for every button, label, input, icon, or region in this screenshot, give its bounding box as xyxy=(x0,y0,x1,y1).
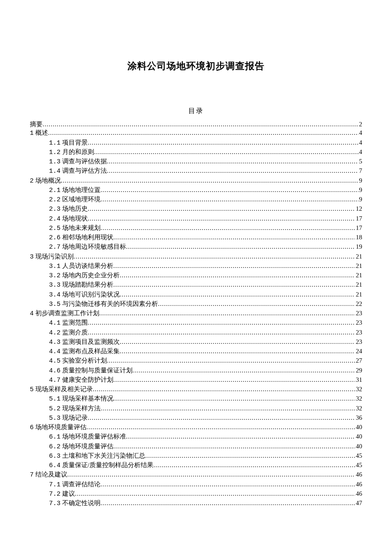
toc-entry-number: 1.1 xyxy=(49,139,61,147)
toc-entry[interactable]: 5.3 现场记录36 xyxy=(30,413,362,423)
toc-entry-number: 5 xyxy=(30,386,34,393)
toc-entry[interactable]: 6 场地环境质量评估40 xyxy=(30,423,362,432)
toc-leader-dots xyxy=(94,148,358,156)
toc-entry[interactable]: 2.3 场地历史12 xyxy=(30,204,362,214)
toc-entry-page: 21 xyxy=(355,280,362,289)
toc-entry[interactable]: 摘要2 xyxy=(30,120,362,128)
toc-leader-dots xyxy=(107,166,358,175)
toc-entry[interactable]: 6.1 场地环境质量评估标准40 xyxy=(30,432,362,442)
toc-leader-dots xyxy=(113,394,355,403)
toc-entry[interactable]: 4.3 监测项目及监测频次23 xyxy=(30,337,362,347)
toc-leader-dots xyxy=(113,280,355,289)
toc-entry[interactable]: 2.2 区域地理环境9 xyxy=(30,195,362,204)
toc-entry-number: 5.3 xyxy=(49,415,61,422)
toc-entry-page: 27 xyxy=(355,356,362,365)
toc-entry-label: 4.4 监测布点及样品采集 xyxy=(49,347,120,356)
toc-entry[interactable]: 3.1 人员访谈结果分析21 xyxy=(30,262,362,271)
toc-entry-label: 4.2 监测介质 xyxy=(49,328,88,337)
toc-leader-dots xyxy=(120,347,355,355)
toc-leader-dots xyxy=(101,499,355,507)
toc-entry-label: 6.3 土壤和地下水关注污染物汇总 xyxy=(49,451,145,461)
toc-leader-dots xyxy=(74,252,355,261)
toc-leader-dots xyxy=(88,204,355,213)
toc-entry-text: 场地环境质量评估标准 xyxy=(62,433,126,440)
toc-entry-page: 9 xyxy=(358,186,363,194)
toc-entry-label: 2.3 场地历史 xyxy=(49,204,88,214)
toc-leader-dots xyxy=(120,337,355,346)
toc-entry[interactable]: 2.5 场地未来规划17 xyxy=(30,224,362,233)
toc-leader-dots xyxy=(48,128,358,137)
toc-entry-label: 2.5 场地未来规划 xyxy=(49,224,101,233)
toc-entry-page: 23 xyxy=(355,318,362,327)
toc-leader-dots xyxy=(133,366,355,375)
toc-entry-page: 32 xyxy=(355,385,362,393)
toc-entry[interactable]: 7.1 调查评估结论46 xyxy=(30,480,362,489)
toc-entry[interactable]: 4.4 监测布点及样品采集24 xyxy=(30,347,362,356)
toc-entry-text: 场地现状 xyxy=(62,215,88,222)
toc-entry[interactable]: 7 结论及建议46 xyxy=(30,470,362,479)
toc-leader-dots xyxy=(101,480,355,488)
toc-entry[interactable]: 1.4 调查与评估方法7 xyxy=(30,166,362,176)
toc-entry[interactable]: 2 场地概况9 xyxy=(30,176,362,186)
toc-entry[interactable]: 3.3 现场踏勘结果分析21 xyxy=(30,280,362,290)
toc-entry[interactable]: 4.7 健康安全防护计划31 xyxy=(30,375,362,385)
toc-entry[interactable]: 2.6 相邻场地利用现状18 xyxy=(30,233,362,242)
toc-entry[interactable]: 4.5 实验室分析计划27 xyxy=(30,356,362,366)
toc-entry[interactable]: 2.4 场地现状17 xyxy=(30,214,362,224)
toc-entry[interactable]: 3 现场污染识别21 xyxy=(30,252,362,262)
toc-leader-dots xyxy=(107,356,355,365)
toc-entry-text: 监测项目及监测频次 xyxy=(62,338,120,345)
toc-entry-label: 6.2 场地环境质量评估 xyxy=(49,442,113,451)
toc-entry-page: 47 xyxy=(355,499,362,507)
toc-entry[interactable]: 3.5 与污染物迁移有关的环境因素分析22 xyxy=(30,299,362,309)
toc-entry-text: 调查与评估方法 xyxy=(62,167,107,174)
table-of-contents: 摘要21 概述41.1 项目背景41.2 月的和原则41.3 调查与评估依据51… xyxy=(30,120,362,508)
toc-entry-page: 21 xyxy=(355,252,362,261)
toc-entry-text: 场地环境质量评估 xyxy=(35,424,86,430)
toc-entry-number: 1 xyxy=(30,130,34,137)
toc-entry[interactable]: 4 初步调查监测工作计划23 xyxy=(30,309,362,318)
toc-entry[interactable]: 4.2 监测介质23 xyxy=(30,328,362,337)
toc-entry-page: 9 xyxy=(358,195,363,203)
toc-entry-text: 场地未来规划 xyxy=(62,224,101,231)
toc-entry-label: 3.4 场地可识别污染状况 xyxy=(49,290,120,299)
toc-entry[interactable]: 5.2 现场采样方法32 xyxy=(30,404,362,413)
toc-entry[interactable]: 1.1 项目背景4 xyxy=(30,138,362,148)
toc-entry-page: 24 xyxy=(355,347,362,355)
toc-entry[interactable]: 4.1 监测范围23 xyxy=(30,318,362,328)
toc-entry-label: 7.1 调查评估结论 xyxy=(49,480,101,489)
toc-entry-label: 4 初步调查监测工作计划 xyxy=(30,309,99,318)
toc-entry[interactable]: 7.2 建议46 xyxy=(30,489,362,499)
toc-entry-page: 5 xyxy=(358,157,363,166)
toc-heading: 目录 xyxy=(30,107,362,116)
toc-entry[interactable]: 2.7 场地周边环境敏感目标19 xyxy=(30,242,362,252)
toc-entry-label: 4.3 监测项目及监测频次 xyxy=(49,337,120,347)
toc-entry-label: 2.1 场地地理位置 xyxy=(49,186,101,195)
toc-entry-label: 6.1 场地环境质量评估标准 xyxy=(49,432,126,442)
toc-entry[interactable]: 2.1 场地地理位置9 xyxy=(30,186,362,195)
toc-entry-text: 场地内历史企业分析 xyxy=(62,272,120,279)
toc-entry-number: 7.3 xyxy=(49,500,61,507)
toc-entry[interactable]: 1.3 调查与评估依据5 xyxy=(30,157,362,166)
toc-entry[interactable]: 6.4 质量保证/质量控制样品分析结果45 xyxy=(30,461,362,470)
toc-leader-dots xyxy=(113,375,355,384)
toc-entry[interactable]: 1.2 月的和原则4 xyxy=(30,148,362,157)
toc-entry[interactable]: 3.4 场地可识别污染状况21 xyxy=(30,290,362,299)
toc-entry-label: 5.1 现场采样基本情况 xyxy=(49,394,113,404)
toc-entry[interactable]: 5.1 现场采样基本情况32 xyxy=(30,394,362,404)
toc-entry-page: 9 xyxy=(358,176,363,185)
toc-entry[interactable]: 6.3 土壤和地下水关注污染物汇总45 xyxy=(30,451,362,461)
toc-entry-label: 7.3 不确定性说明 xyxy=(49,499,101,508)
toc-entry[interactable]: 5 现场采样及相关记录32 xyxy=(30,385,362,394)
toc-entry[interactable]: 3.2 场地内历史企业分析21 xyxy=(30,271,362,280)
toc-entry-number: 6 xyxy=(30,424,34,431)
toc-entry[interactable]: 1 概述4 xyxy=(30,128,362,138)
toc-entry-number: 3.4 xyxy=(49,291,61,299)
toc-entry-number: 1.4 xyxy=(49,168,61,175)
toc-entry[interactable]: 4.6 质量控制与质量保证计划29 xyxy=(30,366,362,375)
toc-entry[interactable]: 6.2 场地环境质量评估40 xyxy=(30,442,362,451)
toc-entry-page: 17 xyxy=(355,224,362,232)
toc-leader-dots xyxy=(93,385,355,393)
toc-entry-label: 1.1 项目背景 xyxy=(49,138,88,148)
toc-entry[interactable]: 7.3 不确定性说明47 xyxy=(30,499,362,508)
